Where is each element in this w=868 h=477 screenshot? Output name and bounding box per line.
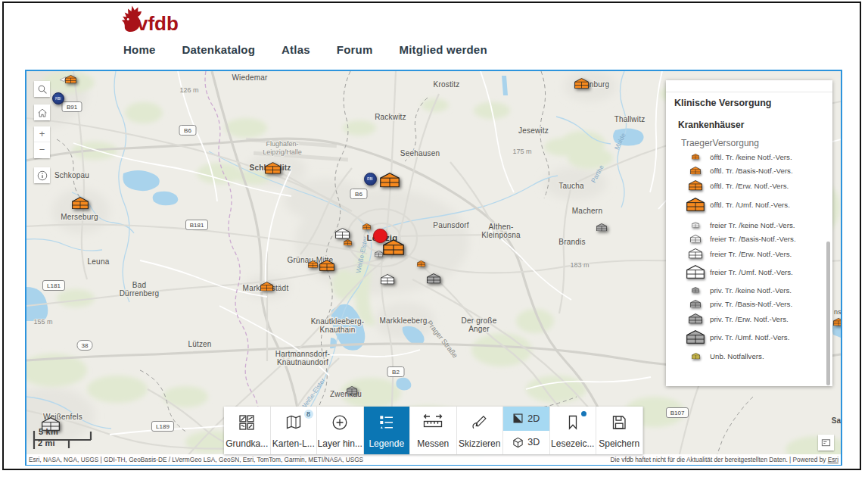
svg-text:Bad: Bad <box>132 281 146 289</box>
svg-text:vfdb: vfdb <box>137 12 179 35</box>
svg-text:B181: B181 <box>190 222 204 229</box>
svg-text:Rackwitz: Rackwitz <box>375 113 406 121</box>
svg-text:Schkopau: Schkopau <box>54 171 89 179</box>
svg-text:nburg: nburg <box>590 80 610 89</box>
svg-text:Seehausen: Seehausen <box>400 149 440 157</box>
svg-text:Thallwitz: Thallwitz <box>614 115 646 123</box>
svg-text:Lützen: Lützen <box>188 340 211 348</box>
svg-text:B107: B107 <box>670 410 685 416</box>
svg-text:Leuna: Leuna <box>88 257 110 266</box>
svg-text:Flughafen-: Flughafen- <box>266 140 298 148</box>
svg-text:L181: L181 <box>47 282 61 289</box>
svg-text:B91: B91 <box>67 104 78 111</box>
svg-text:175 m: 175 m <box>512 148 531 155</box>
svg-text:ns: ns <box>834 308 841 316</box>
svg-text:B6: B6 <box>355 191 362 198</box>
svg-text:Markkleeberg: Markkleeberg <box>380 316 428 325</box>
svg-text:38: 38 <box>82 342 89 349</box>
svg-text:B2: B2 <box>392 369 400 376</box>
svg-text:Wiedemar: Wiedemar <box>232 73 268 82</box>
svg-text:Sa: Sa <box>832 416 841 425</box>
svg-text:Paunsdorf: Paunsdorf <box>433 221 468 229</box>
svg-text:Machern: Machern <box>572 207 602 215</box>
svg-text:Leipzig/Halle: Leipzig/Halle <box>263 148 302 156</box>
svg-text:Althen-: Althen- <box>488 223 513 231</box>
svg-text:Taucha: Taucha <box>558 182 584 190</box>
svg-text:B6: B6 <box>184 127 191 134</box>
svg-text:Der große: Der große <box>462 316 497 325</box>
svg-text:Dürrenberg: Dürrenberg <box>120 289 160 298</box>
svg-text:Jesewitz: Jesewitz <box>518 126 549 135</box>
svg-text:Anger: Anger <box>468 325 490 333</box>
svg-text:Knauthain: Knauthain <box>320 326 356 334</box>
svg-text:Knautnaundorf: Knautnaundorf <box>277 358 328 366</box>
svg-text:L189: L189 <box>156 423 170 430</box>
svg-text:Kleinpösna: Kleinpösna <box>481 231 521 239</box>
svg-text:155 m: 155 m <box>33 318 52 326</box>
svg-text:Brandis: Brandis <box>558 238 585 246</box>
svg-text:126 m: 126 m <box>179 86 198 94</box>
svg-text:Knautkleeberg-: Knautkleeberg- <box>311 317 365 326</box>
svg-text:183 m: 183 m <box>570 261 589 269</box>
svg-text:Krostitz: Krostitz <box>434 80 460 89</box>
svg-text:Hartmannsdorf-: Hartmannsdorf- <box>275 350 330 358</box>
svg-text:Merseburg: Merseburg <box>61 213 98 221</box>
